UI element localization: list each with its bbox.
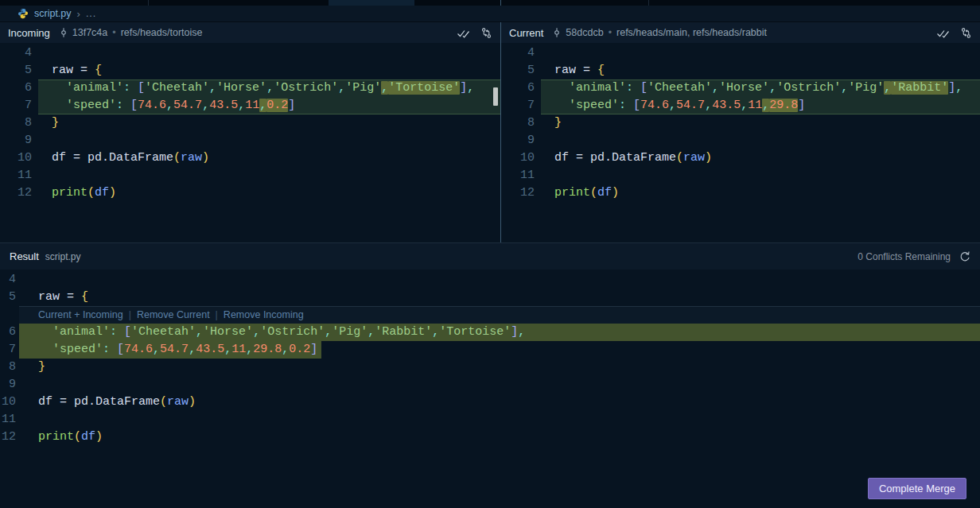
complete-merge-button[interactable]: Complete Merge bbox=[868, 478, 966, 499]
breadcrumb: script.py › ... bbox=[0, 6, 980, 22]
line-number: 11 bbox=[0, 167, 32, 184]
code-line[interactable]: 7 'speed': [74.6,54.7,43.5,11,29.8] bbox=[501, 97, 980, 114]
code-line[interactable]: 12print(df) bbox=[0, 184, 500, 202]
token: [ bbox=[640, 81, 648, 95]
accept-all-icon[interactable] bbox=[457, 27, 470, 39]
code-line[interactable]: 5raw = { bbox=[0, 289, 980, 306]
line-number: 10 bbox=[501, 149, 535, 167]
change-band: 'speed': [74.6,54.7,43.5,11,29.8,0.2] bbox=[19, 341, 321, 359]
branch-refs: refs/heads/tortoise bbox=[121, 27, 203, 38]
token: [ bbox=[138, 81, 145, 95]
code-content: print(df) bbox=[19, 429, 980, 446]
accept-all-icon[interactable] bbox=[936, 27, 950, 39]
code-content: df = pd.DataFrame(raw) bbox=[19, 394, 980, 411]
token bbox=[110, 343, 117, 356]
token: ) bbox=[202, 151, 209, 165]
token: 'Horse' bbox=[216, 81, 266, 95]
result-header: Result script.py 0 Conflicts Remaining bbox=[0, 242, 980, 270]
token: , bbox=[246, 343, 253, 356]
token: ] bbox=[948, 81, 955, 95]
token: 'Ostrich' bbox=[776, 81, 841, 95]
codelens-action[interactable]: Current + Incoming bbox=[38, 306, 123, 324]
code-line[interactable]: 4 bbox=[0, 271, 980, 289]
line-number: 12 bbox=[0, 184, 32, 202]
token bbox=[554, 99, 569, 112]
code-line[interactable]: 5raw = { bbox=[501, 62, 980, 79]
codelens-separator: | bbox=[216, 306, 218, 324]
token: df bbox=[81, 430, 95, 444]
breadcrumb-symbol-ellipsis[interactable]: ... bbox=[86, 8, 96, 19]
token bbox=[130, 81, 138, 95]
result-label: Result bbox=[10, 250, 39, 262]
code-content: } bbox=[541, 114, 980, 132]
token: ( bbox=[590, 186, 597, 200]
compare-changes-icon[interactable] bbox=[480, 27, 492, 39]
token: 74.6 bbox=[640, 99, 669, 112]
code-content bbox=[19, 376, 980, 394]
code-line[interactable]: 8} bbox=[0, 114, 500, 132]
code-line[interactable]: 9 bbox=[0, 132, 500, 149]
line-number: 6 bbox=[0, 79, 32, 97]
token: , bbox=[202, 99, 209, 112]
code-line[interactable]: 4 bbox=[501, 45, 980, 62]
code-line[interactable]: 9 bbox=[501, 132, 980, 149]
code-line[interactable]: 10df = pd.DataFrame(raw) bbox=[0, 394, 980, 411]
token: , bbox=[196, 325, 203, 339]
code-line[interactable]: 10df = pd.DataFrame(raw) bbox=[501, 149, 980, 167]
code-content bbox=[541, 132, 980, 149]
codelens-separator: | bbox=[129, 306, 131, 324]
line-number: 12 bbox=[0, 429, 16, 446]
token: ) bbox=[95, 430, 103, 444]
code-line[interactable]: 5raw = { bbox=[0, 62, 500, 79]
token: df bbox=[95, 186, 109, 200]
code-line[interactable]: 11 bbox=[501, 167, 980, 184]
code-line[interactable]: 12print(df) bbox=[501, 184, 980, 202]
line-number: 8 bbox=[0, 114, 32, 132]
incoming-editor[interactable]: 45raw = {6 'animal': ['Cheetah','Horse',… bbox=[0, 43, 500, 242]
code-line[interactable]: 7 'speed': [74.6,54.7,43.5,11,29.8,0.2] bbox=[0, 341, 980, 359]
token bbox=[38, 343, 52, 356]
code-line[interactable]: 12print(df) bbox=[0, 429, 980, 446]
code-content: raw = { bbox=[38, 62, 500, 79]
token: raw bbox=[683, 151, 705, 165]
code-line[interactable]: 11 bbox=[0, 167, 500, 184]
code-line[interactable]: 4 bbox=[0, 45, 500, 62]
compare-changes-icon[interactable] bbox=[960, 27, 972, 39]
line-number: 6 bbox=[501, 79, 535, 97]
breadcrumb-file[interactable]: script.py bbox=[34, 8, 72, 19]
token: 43.5 bbox=[196, 343, 224, 356]
result-editor[interactable]: 45raw = {Current + Incoming|Remove Curre… bbox=[0, 270, 980, 508]
code-line[interactable]: 8} bbox=[0, 359, 980, 376]
codelens-actions: Current + Incoming|Remove Current|Remove… bbox=[19, 306, 980, 324]
current-editor[interactable]: 45raw = {6 'animal': ['Cheetah','Horse',… bbox=[501, 43, 980, 242]
token: 29.8 bbox=[769, 99, 798, 112]
code-line[interactable]: 10df = pd.DataFrame(raw) bbox=[0, 149, 500, 167]
code-line[interactable]: 6 'animal': ['Cheetah','Horse','Ostrich'… bbox=[0, 324, 980, 341]
token: 54.7 bbox=[676, 99, 705, 112]
code-line[interactable]: 8} bbox=[501, 114, 980, 132]
line-number: 11 bbox=[0, 411, 16, 429]
token: : bbox=[123, 81, 130, 95]
code-line[interactable]: 7 'speed': [74.6,54.7,43.5,11,0.2] bbox=[0, 97, 500, 114]
token: 'Cheetah' bbox=[648, 81, 712, 95]
token: 'Horse' bbox=[203, 325, 253, 339]
token: } bbox=[52, 116, 59, 130]
token: df bbox=[597, 186, 612, 200]
line-number: 5 bbox=[0, 289, 16, 306]
codelens-action[interactable]: Remove Current bbox=[137, 306, 210, 324]
code-content: raw = { bbox=[19, 289, 980, 306]
active-tab-edge[interactable] bbox=[329, 0, 414, 6]
codelens-row[interactable]: Current + Incoming|Remove Current|Remove… bbox=[0, 306, 980, 324]
code-content: df = pd.DataFrame(raw) bbox=[541, 149, 980, 167]
code-line[interactable]: 11 bbox=[0, 411, 980, 429]
token: , bbox=[266, 81, 274, 95]
code-line[interactable]: 9 bbox=[0, 376, 980, 394]
token: 43.5 bbox=[209, 99, 238, 112]
codelens-action[interactable]: Remove Incoming bbox=[224, 306, 304, 324]
git-commit-icon bbox=[58, 27, 69, 38]
token: print bbox=[38, 430, 74, 444]
code-line[interactable]: 6 'animal': ['Cheetah','Horse','Ostrich'… bbox=[501, 79, 980, 97]
undo-icon[interactable] bbox=[959, 250, 970, 262]
token: { bbox=[95, 64, 102, 77]
code-line[interactable]: 6 'animal': ['Cheetah','Horse','Ostrich'… bbox=[0, 79, 500, 97]
